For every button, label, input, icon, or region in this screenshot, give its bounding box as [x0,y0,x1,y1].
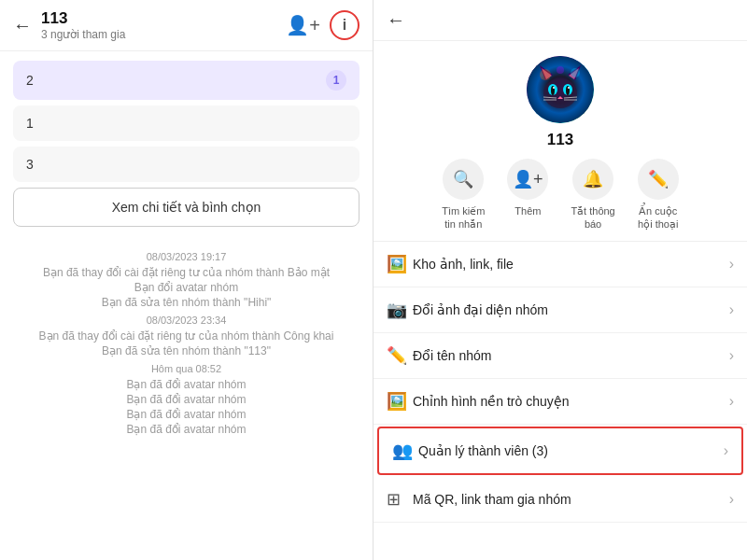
add-member-icon[interactable]: 👤+ [286,14,320,36]
right-panel: ← [374,0,747,560]
left-header: ← 113 3 người tham gia 👤+ i [0,0,373,51]
menu-item-qr-label: Mã QR, link tham gia nhóm [413,492,729,507]
chat-event-6: Bạn đã đổi avatar nhóm [13,378,359,391]
hide-icon: ✏️ [638,159,679,200]
info-button[interactable]: i [330,10,359,40]
action-search[interactable]: 🔍 Tìm kiếmtin nhắn [442,159,485,231]
chevron-icon-2: › [729,301,734,318]
group-name: 113 [547,131,573,149]
chevron-icon-6: › [729,491,734,508]
left-header-left: ← 113 3 người tham gia [13,9,125,41]
chat-event-8: Bạn đã đổi avatar nhóm [13,408,359,421]
chat-event-4: Bạn đã thay đổi cài đặt riêng tư của nhó… [13,329,359,343]
wallpaper-icon: 🖼️ [387,391,413,412]
menu-item-wallpaper[interactable]: 🖼️ Chỉnh hình nền trò chuyện › [374,379,747,425]
menu-item-rename[interactable]: ✏️ Đổi tên nhóm › [374,333,747,379]
menu-item-rename-label: Đổi tên nhóm [413,348,729,363]
camera-icon: 📷 [387,300,413,320]
chat-event-7: Bạn đã đổi avatar nhóm [13,393,359,406]
chat-event-1: Bạn đã thay đổi cài đặt riêng tư của nhó… [13,266,359,279]
chevron-icon-5: › [724,442,728,459]
action-hide[interactable]: ✏️ Ẩn cuộchội thoại [638,159,679,231]
action-notify[interactable]: 🔔 Tắt thôngbáo [571,159,614,231]
left-title: 113 [41,9,125,28]
svg-point-19 [557,66,564,74]
chat-date-3: Hôm qua 08:52 [13,363,359,374]
poll-container: 2 1 1 3 Xem chi tiết và bình chọn [13,61,359,240]
svg-point-18 [571,68,580,77]
left-content: 2 1 1 3 Xem chi tiết và bình chọn 08/03/… [0,51,373,560]
bell-icon: 🔔 [572,159,613,200]
poll-option-1-badge: 1 [326,70,346,91]
menu-item-members[interactable]: 👥 Quản lý thành viên (3) › [377,427,743,475]
poll-option-1[interactable]: 2 1 [13,61,359,100]
left-panel: ← 113 3 người tham gia 👤+ i 2 1 1 3 [0,0,374,560]
search-icon: 🔍 [443,159,484,200]
left-header-right: 👤+ i [286,10,359,40]
chat-event-5: Bạn đã sửa tên nhóm thành "113" [13,344,359,357]
svg-point-11 [568,87,570,89]
menu-item-wallpaper-label: Chỉnh hình nền trò chuyện [413,394,729,409]
menu-item-gallery-label: Kho ảnh, link, file [413,257,729,272]
action-notify-label: Tắt thôngbáo [571,204,614,231]
pencil-icon: ✏️ [387,345,413,366]
members-icon: 👥 [392,441,418,461]
action-add[interactable]: 👤+ Thêm [507,159,548,231]
qr-icon: ⊞ [387,489,413,510]
chat-log: 08/03/2023 19:17 Bạn đã thay đổi cài đặt… [13,251,359,447]
chevron-icon: › [729,256,734,273]
svg-point-1 [543,78,577,108]
info-icon: i [343,17,346,34]
left-subtitle: 3 người tham gia [41,28,125,41]
group-avatar-svg [527,56,594,123]
svg-point-17 [540,69,551,80]
action-add-label: Thêm [514,204,541,217]
chevron-icon-3: › [729,347,734,364]
gallery-icon: 🖼️ [387,254,413,274]
action-search-label: Tìm kiếmtin nhắn [442,204,485,231]
group-avatar [527,56,594,123]
svg-point-10 [553,87,555,89]
chat-event-3: Bạn đã sửa tên nhóm thành "Hihi" [13,296,359,309]
right-back-button[interactable]: ← [387,9,405,30]
view-details-button[interactable]: Xem chi tiết và bình chọn [13,188,359,227]
poll-option-3[interactable]: 3 [13,147,359,182]
add-member-icon: 👤+ [507,159,548,200]
poll-option-1-text: 2 [26,73,34,88]
menu-list: 🖼️ Kho ảnh, link, file › 📷 Đổi ảnh đại d… [374,242,747,560]
chat-date-1: 08/03/2023 19:17 [13,251,359,262]
back-button[interactable]: ← [13,15,32,36]
menu-item-gallery[interactable]: 🖼️ Kho ảnh, link, file › [374,242,747,287]
menu-item-qr[interactable]: ⊞ Mã QR, link tham gia nhóm › [374,477,747,523]
group-profile: 113 🔍 Tìm kiếmtin nhắn 👤+ Thêm 🔔 Tắt thô… [374,41,747,242]
action-hide-label: Ẩn cuộchội thoại [638,204,678,231]
chat-date-2: 08/03/2023 23:34 [13,315,359,326]
left-title-block: 113 3 người tham gia [41,9,125,41]
menu-item-avatar-label: Đổi ảnh đại diện nhóm [413,302,729,317]
menu-item-members-label: Quản lý thành viên (3) [418,443,724,458]
poll-option-3-text: 3 [26,157,34,172]
chat-event-2: Bạn đổi avatar nhóm [13,281,359,294]
poll-option-2[interactable]: 1 [13,105,359,141]
poll-option-2-text: 1 [26,116,34,131]
chevron-icon-4: › [729,393,734,410]
action-buttons: 🔍 Tìm kiếmtin nhắn 👤+ Thêm 🔔 Tắt thôngbá… [442,159,678,231]
menu-item-avatar[interactable]: 📷 Đổi ảnh đại diện nhóm › [374,287,747,333]
right-header: ← [374,0,747,41]
chat-event-9: Bạn đã đổi avatar nhóm [13,423,359,436]
